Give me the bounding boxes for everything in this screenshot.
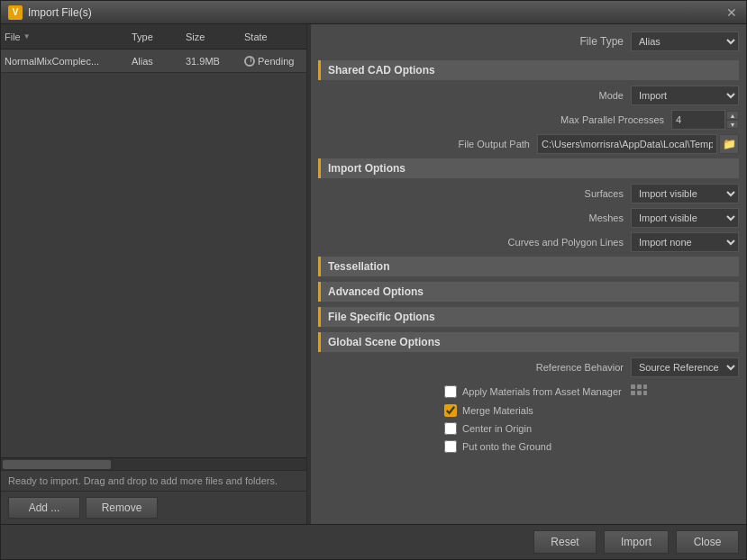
col-state-header: State <box>244 32 303 42</box>
max-parallel-label: Max Parallel Processes <box>547 114 664 125</box>
main-content: File ▼ Type Size State NormalMixComplec.… <box>1 24 746 524</box>
surfaces-row: Surfaces Import visible <box>318 184 739 203</box>
spinbox-up[interactable]: ▲ <box>726 111 739 120</box>
put-onto-ground-checkbox[interactable] <box>444 440 457 453</box>
right-panel: File Type Alias Shared CAD Options Mode … <box>311 24 746 524</box>
advanced-options-section-header[interactable]: Advanced Options <box>318 282 739 302</box>
apply-materials-row: Apply Materials from Asset Manager <box>318 382 739 402</box>
tessellation-section-header[interactable]: Tessellation <box>318 257 739 276</box>
left-panel: File ▼ Type Size State NormalMixComplec.… <box>1 24 307 524</box>
shared-cad-section-header: Shared CAD Options <box>318 60 739 80</box>
horizontal-scrollbar[interactable] <box>1 457 306 470</box>
import-button[interactable]: Import <box>604 530 669 554</box>
spinbox-down[interactable]: ▼ <box>726 120 739 129</box>
close-button[interactable]: Close <box>676 530 739 554</box>
spinbox-arrows: ▲ ▼ <box>726 111 739 129</box>
merge-materials-row: Merge Materials <box>318 402 739 420</box>
svg-rect-5 <box>643 391 647 395</box>
meshes-dropdown[interactable]: Import visible <box>631 208 739 228</box>
meshes-row: Meshes Import visible <box>318 208 739 228</box>
remove-button[interactable]: Remove <box>86 497 158 519</box>
title-bar: V Import File(s) ✕ <box>1 1 746 24</box>
merge-materials-label: Merge Materials <box>462 405 533 416</box>
reference-behavior-row: Reference Behavior Source Reference <box>318 357 739 377</box>
center-in-origin-label: Center in Origin <box>462 423 532 434</box>
sort-arrow: ▼ <box>23 32 31 41</box>
max-parallel-spinbox: ▲ ▼ <box>671 110 739 130</box>
apply-materials-label: Apply Materials from Asset Manager <box>462 386 622 397</box>
max-parallel-input[interactable] <box>671 110 725 130</box>
table-row[interactable]: NormalMixComplec... Alias 31.9MB Pending <box>1 50 306 73</box>
center-in-origin-row: Center in Origin <box>318 420 739 438</box>
max-parallel-row: Max Parallel Processes ▲ ▼ <box>318 110 739 130</box>
scrollbar-thumb[interactable] <box>3 460 111 469</box>
pending-icon <box>244 56 255 67</box>
svg-rect-1 <box>637 384 642 389</box>
curves-label: Curves and Polygon Lines <box>479 237 624 248</box>
asset-manager-icon <box>631 384 647 399</box>
file-output-label: File Output Path <box>413 139 530 149</box>
mode-label: Mode <box>506 90 624 101</box>
file-table-header: File ▼ Type Size State <box>1 24 306 50</box>
file-type-label: File Type <box>551 35 624 48</box>
window-title: Import File(s) <box>28 6 724 19</box>
reset-button[interactable]: Reset <box>533 530 597 554</box>
left-buttons-bar: Add ... Remove <box>1 491 306 524</box>
file-state-cell: Pending <box>244 56 303 67</box>
col-type-header: Type <box>132 32 186 42</box>
curves-row: Curves and Polygon Lines Import none <box>318 232 739 252</box>
add-button[interactable]: Add ... <box>8 497 80 519</box>
surfaces-dropdown[interactable]: Import visible <box>631 184 739 203</box>
svg-rect-4 <box>637 391 642 395</box>
col-file-header[interactable]: File ▼ <box>5 32 132 42</box>
file-name-cell: NormalMixComplec... <box>5 56 132 67</box>
meshes-label: Meshes <box>506 212 624 223</box>
mode-dropdown[interactable]: Import <box>631 86 739 105</box>
svg-rect-3 <box>631 391 635 395</box>
surfaces-label: Surfaces <box>506 188 624 199</box>
svg-rect-2 <box>643 384 647 389</box>
import-options-section-header: Import Options <box>318 158 739 178</box>
file-type-row: File Type Alias <box>318 32 739 51</box>
file-output-input[interactable] <box>537 134 717 154</box>
put-onto-ground-row: Put onto the Ground <box>318 438 739 456</box>
curves-dropdown[interactable]: Import none <box>631 232 739 252</box>
import-files-window: V Import File(s) ✕ File ▼ Type Size Stat… <box>0 0 747 560</box>
mode-row: Mode Import <box>318 86 739 105</box>
file-type-cell: Alias <box>132 56 186 67</box>
browse-folder-button[interactable]: 📁 <box>719 134 739 154</box>
svg-rect-0 <box>631 384 635 389</box>
col-size-header: Size <box>186 32 244 42</box>
app-icon: V <box>8 5 23 20</box>
file-list: NormalMixComplec... Alias 31.9MB Pending <box>1 50 306 457</box>
bottom-bar: Reset Import Close <box>1 524 746 559</box>
center-in-origin-checkbox[interactable] <box>444 422 457 435</box>
file-output-row: File Output Path 📁 <box>318 134 739 154</box>
merge-materials-checkbox[interactable] <box>444 404 457 417</box>
file-size-cell: 31.9MB <box>186 56 244 67</box>
reference-behavior-dropdown[interactable]: Source Reference <box>631 357 739 377</box>
put-onto-ground-label: Put onto the Ground <box>462 441 551 452</box>
reference-behavior-label: Reference Behavior <box>506 362 624 373</box>
apply-materials-checkbox[interactable] <box>444 385 457 398</box>
status-bar: Ready to import. Drag and drop to add mo… <box>1 470 306 491</box>
close-button[interactable]: ✕ <box>724 5 739 20</box>
global-scene-section-header: Global Scene Options <box>318 332 739 352</box>
file-type-dropdown[interactable]: Alias <box>631 32 739 51</box>
file-specific-section-header[interactable]: File Specific Options <box>318 307 739 327</box>
